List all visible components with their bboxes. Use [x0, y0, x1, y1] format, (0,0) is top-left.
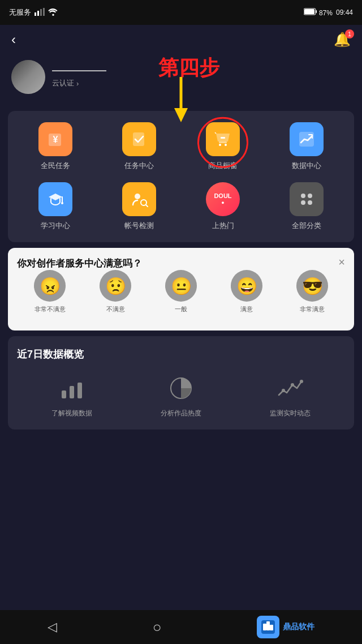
zhanghao-label: 帐号检测 [124, 221, 154, 231]
signal-icons [35, 8, 45, 18]
grid-item-xuexi[interactable]: 学习中心 [24, 182, 87, 231]
pie-chart-icon [165, 372, 197, 404]
wifi-icon [48, 8, 58, 18]
svg-rect-1 [37, 11, 39, 16]
back-button[interactable]: ‹ [11, 32, 16, 48]
quanmin-icon: ¥ [38, 122, 72, 156]
svg-rect-27 [70, 386, 74, 398]
emoji-item-very-satisfied[interactable]: 😎 非常满意 [296, 270, 328, 314]
svg-rect-26 [62, 390, 66, 398]
remen-label: 上热门 [212, 221, 234, 231]
fenlei-label: 全部分类 [292, 221, 321, 231]
svg-point-18 [61, 202, 63, 204]
avatar [11, 60, 45, 94]
data-label-realtime: 监测实时动态 [270, 409, 311, 418]
survey-close-button[interactable]: × [338, 256, 345, 269]
svg-point-25 [308, 200, 312, 205]
emoji-very-satisfied: 😎 [296, 270, 328, 302]
svg-rect-3 [43, 8, 45, 16]
brand-name: 鼎品软件 [283, 622, 314, 632]
grid-item-remen[interactable]: DOUL● 上热门 [192, 182, 254, 231]
svg-point-14 [225, 144, 227, 146]
svg-point-24 [301, 200, 305, 205]
status-right: 87% 09:44 [304, 8, 353, 17]
data-section: 近7日数据概览 了解视频数据 分析作品热度 [8, 336, 354, 430]
bar-chart-icon [56, 372, 88, 404]
quanmin-label: 全民任务 [41, 161, 70, 171]
data-item-heat[interactable]: 分析作品热度 [161, 372, 201, 418]
emoji-label-satisfied: 满意 [240, 305, 253, 314]
emoji-item-satisfied[interactable]: 😄 满意 [231, 270, 262, 314]
data-label-video: 了解视频数据 [51, 409, 92, 418]
grid-item-renwu[interactable]: 任务中心 [108, 122, 170, 171]
time-label: 09:44 [336, 8, 353, 16]
survey-title: 你对创作者服务中心满意吗？ [17, 258, 142, 269]
svg-point-22 [301, 194, 305, 198]
svg-point-23 [308, 194, 312, 198]
svg-point-31 [291, 383, 294, 387]
svg-rect-12 [219, 141, 227, 143]
svg-rect-0 [35, 12, 36, 16]
grid-item-shangpin[interactable]: 商品橱窗 [192, 122, 254, 171]
shangpin-label: 商品橱窗 [208, 161, 238, 171]
carrier-label: 无服务 [9, 7, 31, 18]
emoji-neutral: 😐 [165, 270, 197, 302]
avatar-image [11, 60, 45, 94]
grid-item-shuju[interactable]: 数据中心 [275, 122, 338, 171]
svg-rect-34 [263, 624, 266, 630]
back-nav-button[interactable]: ◁ [48, 620, 57, 634]
zhanghao-icon [122, 182, 156, 216]
grid-section: ¥ 全民任务 任务中心 [8, 111, 354, 242]
grid-row-1: ¥ 全民任务 任务中心 [14, 122, 348, 171]
svg-text:¥: ¥ [53, 135, 58, 144]
svg-point-13 [219, 144, 221, 146]
svg-rect-36 [270, 625, 273, 630]
emoji-item-very-unsatisfied[interactable]: 😠 非常不满意 [34, 270, 66, 314]
emoji-very-unsatisfied: 😠 [34, 270, 66, 302]
profile-section: —————— 云认证 › [0, 54, 362, 105]
verify-tag[interactable]: 云认证 › [52, 78, 106, 88]
line-chart-icon [274, 372, 306, 404]
home-nav-button[interactable]: ○ [153, 619, 162, 636]
svg-point-32 [300, 380, 303, 383]
back-nav-icon: ◁ [48, 620, 57, 634]
svg-rect-6 [304, 9, 314, 14]
renwu-label: 任务中心 [124, 161, 154, 171]
data-item-video[interactable]: 了解视频数据 [51, 372, 92, 418]
svg-rect-28 [77, 383, 82, 398]
grid-item-fenlei[interactable]: 全部分类 [275, 182, 338, 231]
brand-icon [257, 616, 279, 638]
bottom-nav: ◁ ○ 鼎品软件 [0, 610, 362, 644]
xuexi-icon [38, 182, 72, 216]
svg-line-21 [146, 205, 148, 207]
data-row: 了解视频数据 分析作品热度 监测实 [17, 372, 345, 418]
svg-rect-35 [266, 621, 270, 630]
svg-rect-5 [316, 10, 317, 13]
notification-button[interactable]: 🔔 1 [334, 32, 351, 48]
emoji-item-neutral[interactable]: 😐 一般 [165, 270, 197, 314]
brand-logo: 鼎品软件 [257, 616, 314, 638]
grid-item-zhanghao[interactable]: 帐号检测 [108, 182, 170, 231]
emoji-unsatisfied: 😟 [100, 270, 131, 302]
emoji-label-very-unsatisfied: 非常不满意 [35, 305, 66, 314]
notification-badge: 1 [345, 29, 354, 38]
svg-rect-16 [299, 132, 314, 147]
grid-item-quanmin[interactable]: ¥ 全民任务 [24, 122, 87, 171]
data-item-realtime[interactable]: 监测实时动态 [270, 372, 311, 418]
shangpin-icon [206, 122, 240, 156]
data-label-heat: 分析作品热度 [161, 409, 201, 418]
survey-section: 你对创作者服务中心满意吗？ × 😠 非常不满意 😟 不满意 😐 一般 😄 满意 … [8, 248, 354, 330]
status-left: 无服务 [9, 7, 58, 18]
emoji-satisfied: 😄 [231, 270, 262, 302]
data-overview-title: 近7日数据概览 [17, 347, 345, 361]
home-nav-icon: ○ [153, 619, 162, 636]
emoji-label-unsatisfied: 不满意 [106, 305, 125, 314]
profile-info: —————— 云认证 › [52, 66, 106, 88]
svg-point-19 [135, 194, 140, 199]
shuju-label: 数据中心 [292, 161, 321, 171]
emoji-item-unsatisfied[interactable]: 😟 不满意 [100, 270, 131, 314]
grid-row-2: 学习中心 帐号检测 DOUL● 上热门 [14, 182, 348, 231]
remen-icon: DOUL● [206, 182, 240, 216]
emoji-row: 😠 非常不满意 😟 不满意 😐 一般 😄 满意 😎 非常满意 [17, 270, 345, 314]
svg-point-30 [282, 389, 285, 392]
